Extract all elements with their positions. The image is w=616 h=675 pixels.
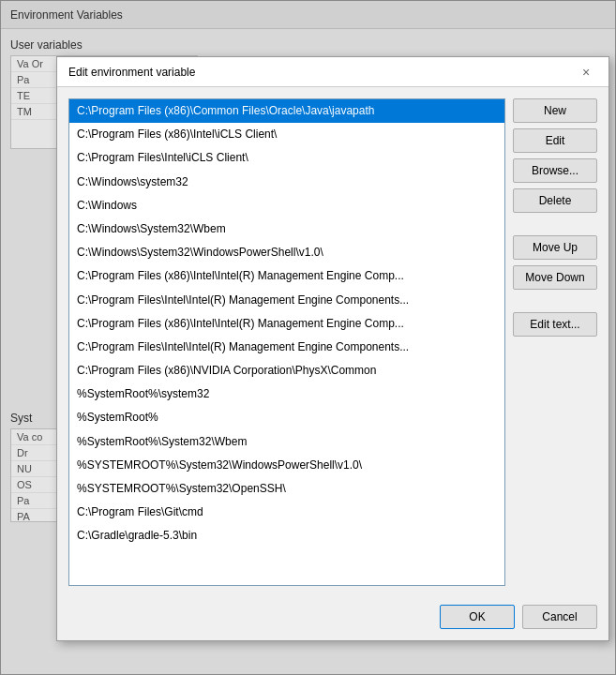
list-item[interactable]: C:\Program Files (x86)\Intel\Intel(R) Ma…: [69, 264, 504, 288]
buttons-panel: New Edit Browse... Delete Move Up Move D…: [513, 98, 597, 586]
dialog-title: Edit environment variable: [68, 66, 195, 79]
list-item[interactable]: C:\Program Files (x86)\NVIDIA Corporatio…: [69, 359, 504, 382]
env-path-list[interactable]: C:\Program Files (x86)\Common Files\Orac…: [68, 98, 505, 586]
list-item[interactable]: C:\Program Files (x86)\Common Files\Orac…: [69, 99, 504, 123]
edit-text-button[interactable]: Edit text...: [513, 312, 597, 337]
list-item[interactable]: C:\Program Files\Intel\iCLS Client\: [69, 146, 504, 170]
list-item[interactable]: C:\Program Files (x86)\Intel\Intel(R) Ma…: [69, 312, 504, 336]
cancel-button[interactable]: Cancel: [522, 605, 597, 629]
ok-button[interactable]: OK: [440, 605, 515, 629]
list-item[interactable]: C:\Windows: [69, 194, 504, 218]
list-item[interactable]: C:\Program Files (x86)\Intel\iCLS Client…: [69, 123, 504, 146]
list-item[interactable]: C:\Program Files\Git\cmd: [69, 501, 504, 524]
list-item[interactable]: C:\Program Files\Intel\Intel(R) Manageme…: [69, 289, 504, 312]
browse-button[interactable]: Browse...: [513, 158, 597, 183]
dialog-body: C:\Program Files (x86)\Common Files\Orac…: [57, 87, 608, 597]
list-item[interactable]: C:\Program Files\Intel\Intel(R) Manageme…: [69, 336, 504, 359]
edit-button[interactable]: Edit: [513, 128, 597, 153]
list-item[interactable]: C:\Windows\System32\Wbem: [69, 218, 504, 241]
edit-env-variable-dialog: Edit environment variable × C:\Program F…: [56, 56, 609, 641]
close-button[interactable]: ×: [575, 61, 597, 83]
new-button[interactable]: New: [513, 98, 597, 123]
list-item[interactable]: %SystemRoot%: [69, 406, 504, 429]
move-down-button[interactable]: Move Down: [513, 265, 597, 290]
button-spacer-2: [513, 295, 597, 307]
list-item[interactable]: %SystemRoot%\system32: [69, 382, 504, 406]
list-item[interactable]: %SystemRoot%\System32\Wbem: [69, 430, 504, 454]
list-item[interactable]: %SYSTEMROOT%\System32\WindowsPowerShell\…: [69, 454, 504, 477]
list-item[interactable]: %SYSTEMROOT%\System32\OpenSSH\: [69, 477, 504, 501]
list-item[interactable]: C:\Gradle\gradle-5.3\bin: [69, 524, 504, 548]
delete-button[interactable]: Delete: [513, 188, 597, 213]
list-item[interactable]: C:\Windows\system32: [69, 171, 504, 194]
button-spacer-1: [513, 218, 597, 230]
dialog-footer: OK Cancel: [57, 597, 608, 640]
list-item[interactable]: C:\Windows\System32\WindowsPowerShell\v1…: [69, 241, 504, 264]
move-up-button[interactable]: Move Up: [513, 235, 597, 260]
dialog-titlebar: Edit environment variable ×: [57, 57, 608, 87]
